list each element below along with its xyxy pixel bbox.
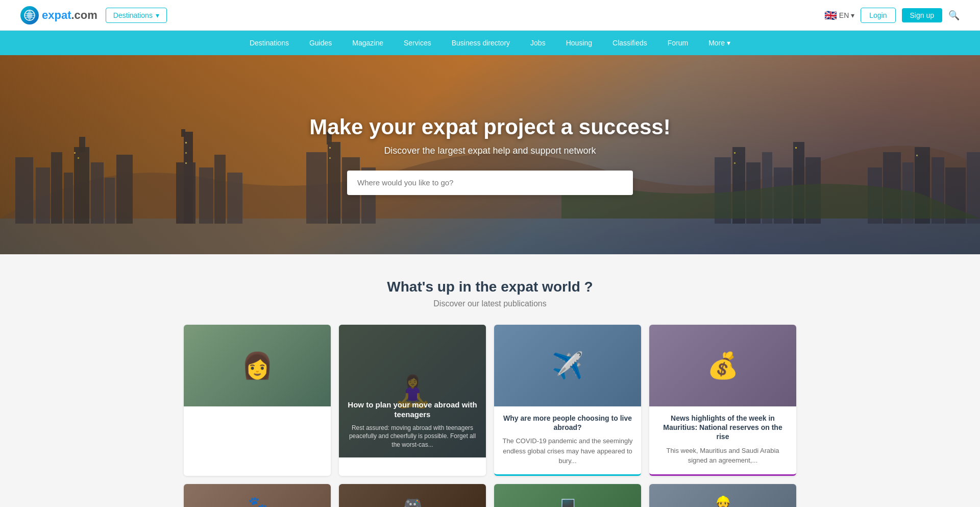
svg-rect-44 bbox=[734, 152, 736, 154]
svg-rect-9 bbox=[91, 162, 104, 224]
card-1[interactable]: 👩 bbox=[184, 325, 331, 476]
nav-item-housing[interactable]: Housing bbox=[556, 31, 602, 55]
svg-rect-40 bbox=[185, 152, 187, 154]
card-3-title: Why are more people choosing to live abr… bbox=[501, 414, 634, 432]
language-selector[interactable]: 🇬🇧 EN ▾ bbox=[824, 9, 854, 21]
bottom-card-1[interactable]: 🐾 bbox=[184, 484, 331, 507]
nav-item-services[interactable]: Services bbox=[394, 31, 442, 55]
header-left: expat.com Destinations ▾ bbox=[20, 6, 167, 25]
cards-grid-second: 🐾 🎮 💻 👷 bbox=[184, 484, 796, 507]
svg-rect-16 bbox=[214, 155, 226, 224]
svg-rect-41 bbox=[185, 162, 187, 164]
hero-subtitle: Discover the largest expat help and supp… bbox=[309, 146, 670, 156]
card-4[interactable]: 💰 News highlights of the week in Mauriti… bbox=[649, 325, 796, 476]
nav-item-destinations[interactable]: Destinations bbox=[239, 31, 299, 55]
card-2-title: How to plan your move abroad with teenag… bbox=[347, 400, 478, 420]
svg-rect-36 bbox=[967, 152, 980, 224]
svg-rect-45 bbox=[734, 162, 736, 164]
destinations-btn-label: Destinations bbox=[113, 11, 153, 19]
card-3-text: The COVID-19 pandemic and the seemingly … bbox=[501, 436, 634, 466]
nav-item-magazine[interactable]: Magazine bbox=[342, 31, 394, 55]
header: expat.com Destinations ▾ 🇬🇧 EN ▾ Login S… bbox=[0, 0, 980, 31]
svg-rect-15 bbox=[199, 167, 213, 224]
hero-section: Make your expat project a success! Disco… bbox=[0, 55, 980, 254]
card-4-body: News highlights of the week in Mauritius… bbox=[649, 406, 796, 474]
svg-rect-11 bbox=[116, 155, 133, 224]
destinations-dropdown-button[interactable]: Destinations ▾ bbox=[106, 8, 167, 23]
content-section: What's up in the expat world ? Discover … bbox=[0, 254, 980, 507]
svg-rect-10 bbox=[105, 178, 115, 224]
hero-content: Make your expat project a success! Disco… bbox=[299, 115, 680, 195]
card-2[interactable]: 🧘‍♀️ How to plan your move abroad with t… bbox=[339, 325, 486, 476]
lang-chevron-icon: ▾ bbox=[851, 11, 854, 19]
nav-item-jobs[interactable]: Jobs bbox=[520, 31, 556, 55]
bottom-card-2[interactable]: 🎮 bbox=[339, 484, 486, 507]
nav-item-classifieds[interactable]: Classifieds bbox=[602, 31, 657, 55]
svg-rect-8 bbox=[79, 137, 85, 152]
card-3[interactable]: ✈️ Why are more people choosing to live … bbox=[494, 325, 641, 476]
search-icon: 🔍 bbox=[948, 10, 960, 20]
logo[interactable]: expat.com bbox=[20, 6, 97, 25]
section-subtitle: Discover our latest publications bbox=[20, 299, 960, 308]
svg-rect-39 bbox=[185, 142, 187, 143]
main-nav: Destinations Guides Magazine Services Bu… bbox=[0, 31, 980, 55]
card-2-excerpt: Rest assured: moving abroad with teenage… bbox=[347, 424, 478, 449]
nav-item-guides[interactable]: Guides bbox=[299, 31, 342, 55]
header-right: 🇬🇧 EN ▾ Login Sign up 🔍 bbox=[824, 8, 960, 23]
search-button[interactable]: 🔍 bbox=[948, 10, 960, 21]
card-4-text: This week, Mauritius and Saudi Arabia si… bbox=[656, 446, 789, 466]
bottom-card-4[interactable]: 👷 bbox=[649, 484, 796, 507]
svg-rect-17 bbox=[227, 173, 242, 224]
svg-rect-46 bbox=[795, 147, 797, 149]
nav-item-forum[interactable]: Forum bbox=[657, 31, 698, 55]
cards-grid: 👩 🧘‍♀️ How to plan your move abroad with… bbox=[184, 325, 796, 476]
svg-rect-47 bbox=[916, 155, 918, 156]
svg-rect-7 bbox=[74, 147, 89, 224]
svg-rect-5 bbox=[51, 152, 62, 224]
hero-title: Make your expat project a success! bbox=[309, 115, 670, 139]
svg-rect-38 bbox=[78, 157, 79, 159]
card-2-overlay: How to plan your move abroad with teenag… bbox=[339, 325, 486, 457]
more-chevron-icon: ▾ bbox=[727, 39, 730, 47]
destination-search-input[interactable] bbox=[347, 171, 633, 195]
nav-item-more[interactable]: More ▾ bbox=[698, 31, 741, 55]
logo-icon bbox=[20, 6, 39, 25]
card-3-body: Why are more people choosing to live abr… bbox=[494, 406, 641, 474]
section-title: What's up in the expat world ? bbox=[20, 279, 960, 295]
svg-rect-6 bbox=[64, 173, 73, 224]
lang-label: EN bbox=[839, 11, 849, 19]
logo-text: expat.com bbox=[42, 9, 97, 22]
signup-button[interactable]: Sign up bbox=[902, 8, 942, 22]
svg-rect-37 bbox=[74, 152, 76, 154]
svg-rect-4 bbox=[36, 167, 50, 224]
svg-rect-14 bbox=[176, 162, 195, 224]
svg-rect-13 bbox=[181, 129, 185, 137]
bottom-card-3[interactable]: 💻 bbox=[494, 484, 641, 507]
card-4-title: News highlights of the week in Mauritius… bbox=[656, 414, 789, 442]
chevron-down-icon: ▾ bbox=[156, 11, 159, 19]
nav-item-business-directory[interactable]: Business directory bbox=[442, 31, 520, 55]
svg-rect-2 bbox=[0, 219, 980, 254]
login-button[interactable]: Login bbox=[861, 8, 895, 23]
flag-icon: 🇬🇧 bbox=[824, 9, 837, 21]
svg-rect-3 bbox=[15, 157, 33, 224]
